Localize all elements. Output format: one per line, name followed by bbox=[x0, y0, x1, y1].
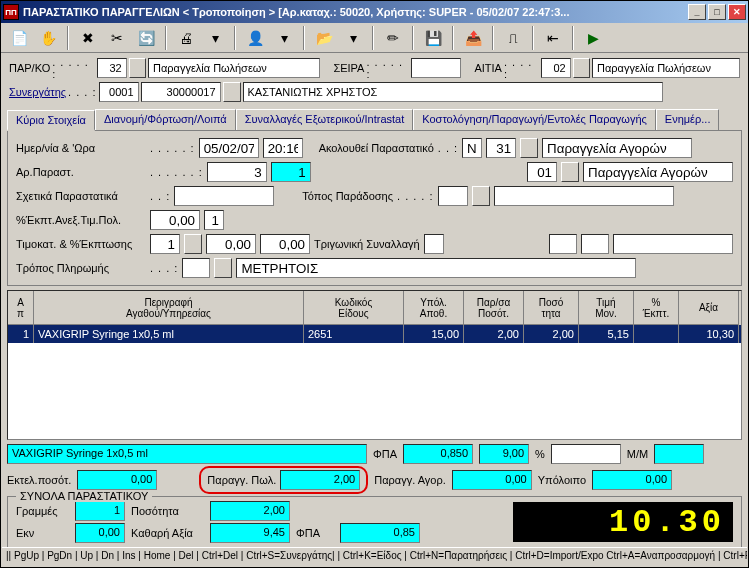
aitia-lookup-button[interactable] bbox=[573, 58, 590, 78]
fpa-pct: 9,00 bbox=[479, 444, 529, 464]
synergatis-label[interactable]: Συνεργάτης bbox=[9, 86, 66, 98]
mm-value bbox=[654, 444, 704, 464]
maximize-button[interactable]: □ bbox=[708, 4, 726, 20]
date-field[interactable] bbox=[199, 138, 259, 158]
assoc-desc[interactable] bbox=[583, 162, 733, 182]
aitia-label: ΑΙΤΙΑ bbox=[474, 62, 502, 74]
akol-flag[interactable] bbox=[462, 138, 482, 158]
akol-desc[interactable] bbox=[542, 138, 692, 158]
items-grid: Α π Περιγραφή Αγαθού/Υπηρεσίας Κωδικός Ε… bbox=[7, 290, 742, 440]
topos-code-field[interactable] bbox=[438, 186, 468, 206]
ekn-label: Εκν bbox=[16, 527, 71, 539]
fpa-label: ΦΠΑ bbox=[373, 448, 397, 460]
seira-input[interactable] bbox=[411, 58, 461, 78]
cut-icon[interactable]: ✂ bbox=[103, 25, 131, 51]
topos-lookup-button[interactable] bbox=[472, 186, 490, 206]
tropos-code-field[interactable] bbox=[182, 258, 210, 278]
folder-icon[interactable]: 📂 bbox=[310, 25, 338, 51]
minimize-button[interactable]: _ bbox=[688, 4, 706, 20]
trig-field[interactable] bbox=[424, 234, 444, 254]
print-icon[interactable]: 🖨 bbox=[172, 25, 200, 51]
close-button[interactable]: ✕ bbox=[728, 4, 746, 20]
led-total-display: 10.30 bbox=[513, 502, 733, 542]
ekpt-label: %Έκπτ.Ανεξ.Τιμ.Πολ. bbox=[16, 214, 146, 226]
assoc-code[interactable] bbox=[527, 162, 557, 182]
col-num[interactable]: Α π bbox=[8, 291, 34, 325]
parko-lookup-button[interactable] bbox=[129, 58, 146, 78]
cell-num: 1 bbox=[8, 325, 34, 343]
syn-code2[interactable] bbox=[141, 82, 221, 102]
header-form: ΠΑΡ/ΚΟ. . . . . : ΣΕΙΡΑ. . . . . : ΑΙΤΙΑ… bbox=[1, 53, 748, 107]
delete-icon[interactable]: ✖ bbox=[74, 25, 102, 51]
col-code[interactable]: Κωδικός Είδους bbox=[304, 291, 404, 325]
stand-icon[interactable]: ⎍ bbox=[499, 25, 527, 51]
tab-distribution[interactable]: Διανομή/Φόρτωση/Λοιπά bbox=[95, 109, 236, 130]
ypol-label: Υπόλοιπο bbox=[538, 474, 586, 486]
arpar1-field[interactable] bbox=[207, 162, 267, 182]
right-box3[interactable] bbox=[613, 234, 733, 254]
syn-code1[interactable] bbox=[99, 82, 139, 102]
col-desc[interactable]: Περιγραφή Αγαθού/Υπηρεσίας bbox=[34, 291, 304, 325]
tropos-label: Τρόπος Πληρωμής bbox=[16, 262, 146, 274]
assoc-lookup-button[interactable] bbox=[561, 162, 579, 182]
aitia-code[interactable] bbox=[541, 58, 571, 78]
timokat-lookup-button[interactable] bbox=[184, 234, 202, 254]
tropos-desc-field[interactable] bbox=[236, 258, 636, 278]
tab-costing[interactable]: Κοστολόγηση/Παραγωγή/Εντολές Παραγωγής bbox=[413, 109, 656, 130]
arpar2-field[interactable] bbox=[271, 162, 311, 182]
ekpt2-field[interactable] bbox=[204, 210, 224, 230]
grid-row-selected[interactable]: 1 VAXIGRIP Syringe 1x0,5 ml 2651 15,00 2… bbox=[8, 325, 741, 343]
col-disc[interactable]: % Έκπτ. bbox=[634, 291, 679, 325]
sxetika-field[interactable] bbox=[174, 186, 274, 206]
arpar-label: Αρ.Παραστ. bbox=[16, 166, 146, 178]
topos-label: Τόπος Παράδοσης bbox=[302, 190, 393, 202]
parko-code[interactable] bbox=[97, 58, 127, 78]
right-box1[interactable] bbox=[549, 234, 577, 254]
print-options-icon[interactable]: ▾ bbox=[201, 25, 229, 51]
syn-name[interactable] bbox=[243, 82, 663, 102]
time-field[interactable] bbox=[263, 138, 303, 158]
send-icon[interactable]: 📤 bbox=[459, 25, 487, 51]
green-arrow-icon[interactable]: ▶ bbox=[579, 25, 607, 51]
right-box2[interactable] bbox=[581, 234, 609, 254]
new-icon[interactable]: 📄 bbox=[5, 25, 33, 51]
col-ordqty[interactable]: Παρ/σα Ποσότ. bbox=[464, 291, 524, 325]
cell-ordqty: 2,00 bbox=[464, 325, 524, 343]
parko-desc[interactable] bbox=[148, 58, 320, 78]
timokat3-field[interactable] bbox=[260, 234, 310, 254]
save-icon[interactable]: 💾 bbox=[419, 25, 447, 51]
pencil-icon[interactable]: ✏ bbox=[379, 25, 407, 51]
akol-lookup-button[interactable] bbox=[520, 138, 538, 158]
tab-main[interactable]: Κύρια Στοιχεία bbox=[7, 110, 95, 131]
col-value[interactable]: Αξία bbox=[679, 291, 739, 325]
item-summary-row1: VAXIGRIP Syringe 1x0,5 ml ΦΠΑ 0,850 9,00… bbox=[7, 444, 742, 464]
tab-update[interactable]: Ενημέρ... bbox=[656, 109, 720, 130]
ekpt1-field[interactable] bbox=[150, 210, 200, 230]
timokat1-field[interactable] bbox=[150, 234, 180, 254]
user-icon[interactable]: 👤 bbox=[241, 25, 269, 51]
col-qty[interactable]: Ποσό τητα bbox=[524, 291, 579, 325]
col-stock[interactable]: Υπόλ. Αποθ. bbox=[404, 291, 464, 325]
refresh-icon[interactable]: 🔄 bbox=[132, 25, 160, 51]
open-icon[interactable]: ✋ bbox=[34, 25, 62, 51]
timokat2-field[interactable] bbox=[206, 234, 256, 254]
topos-desc-field[interactable] bbox=[494, 186, 674, 206]
folder-options-icon[interactable]: ▾ bbox=[339, 25, 367, 51]
fpa-total-value: 0,85 bbox=[340, 523, 420, 543]
aitia-desc[interactable] bbox=[592, 58, 740, 78]
align-icon[interactable]: ⇤ bbox=[539, 25, 567, 51]
pct-symbol: % bbox=[535, 448, 545, 460]
tab-intrastat[interactable]: Συναλλαγές Εξωτερικού/Intrastat bbox=[236, 109, 414, 130]
user-options-icon[interactable]: ▾ bbox=[270, 25, 298, 51]
parpol-value: 2,00 bbox=[280, 470, 360, 490]
col-price[interactable]: Τιμή Μον. bbox=[579, 291, 634, 325]
cell-qty: 2,00 bbox=[524, 325, 579, 343]
akol-code[interactable] bbox=[486, 138, 516, 158]
tropos-lookup-button[interactable] bbox=[214, 258, 232, 278]
syn-lookup-button[interactable] bbox=[223, 82, 241, 102]
sxetika-label: Σχετικά Παραστατικά bbox=[16, 190, 146, 202]
ektel-value: 0,00 bbox=[77, 470, 157, 490]
app-window: ΠΠ ΠΑΡΑΣΤΑΤΙΚΟ ΠΑΡΑΓΓΕΛΙΩΝ < Τροποποίηση… bbox=[0, 0, 749, 568]
cell-stock: 15,00 bbox=[404, 325, 464, 343]
date-label: Ημερ/νία & 'Ωρα bbox=[16, 142, 146, 154]
